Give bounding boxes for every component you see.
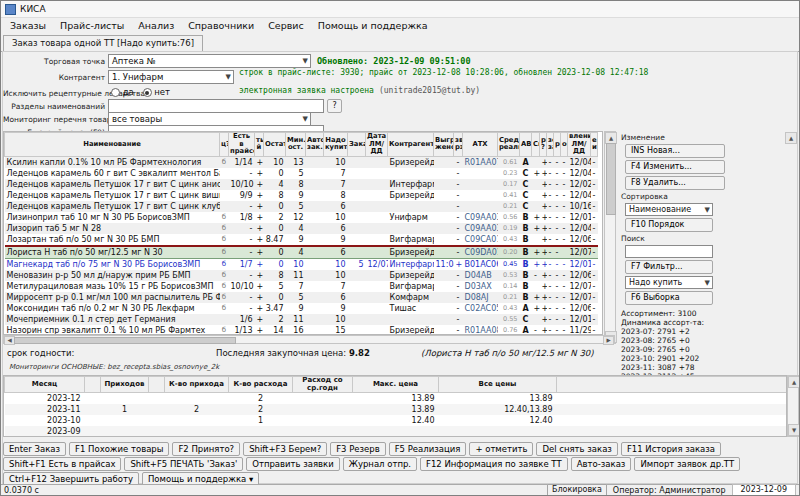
- col-unload[interactable]: Выгру- жено: [434, 133, 454, 157]
- col-order[interactable]: Заказ: [348, 133, 366, 157]
- product-row[interactable]: Лизиноприл таб 10 мг N 30 РБ БорисовЗМПб…: [5, 212, 598, 223]
- product-row[interactable]: Магнекард таб п/о 75 мг N 30 РБ БорисовЗ…: [5, 258, 598, 270]
- col-date2[interactable]: влени ЛМ/ДД: [568, 133, 591, 157]
- history-row[interactable]: 2023-12213.8913.89: [5, 393, 787, 405]
- col-abc[interactable]: ABC: [520, 133, 532, 157]
- history-vscrollbar[interactable]: ▲ ▼: [787, 375, 799, 437]
- col-b[interactable]: ц?: [220, 133, 229, 157]
- scroll-down-icon[interactable]: ▼: [788, 424, 800, 436]
- trade-point-select[interactable]: Аптека № ▼: [108, 54, 311, 68]
- product-row[interactable]: Метилурациловая мазь 10% 15 г РБ Борисов…: [5, 281, 598, 292]
- product-row[interactable]: Леденцов карамель Петушок 17 г вит С цин…: [5, 190, 598, 201]
- col-date1[interactable]: Дата ЛМ/ДД: [366, 133, 388, 157]
- tab-order-single-tt[interactable]: Заказ товара одной ТТ [Надо купить:76]: [3, 35, 203, 52]
- history-row[interactable]: 2023-09: [5, 426, 787, 437]
- action-button-r2-4[interactable]: Журнал отпр.: [343, 457, 417, 471]
- col-sep[interactable]: Все цены: [439, 377, 557, 393]
- action-button-r1-3[interactable]: F2 Принято?: [172, 442, 240, 456]
- col-sep[interactable]: Месяц: [5, 377, 85, 393]
- order-button[interactable]: F10 Порядок: [625, 218, 713, 232]
- grid-hscroll-thumb[interactable]: [14, 337, 236, 344]
- col-t1[interactable]: ри ?: [540, 133, 547, 157]
- action-button-r1-2[interactable]: F1 Похожие товары: [69, 442, 169, 456]
- scroll-up-icon[interactable]: ▲: [788, 376, 800, 388]
- col-price[interactable]: Есть в прайсе: [229, 133, 255, 157]
- menu-item-3[interactable]: Анализ: [131, 18, 181, 33]
- action-button-r2-1[interactable]: Shift+F1 Есть в прайсах: [3, 457, 121, 471]
- product-row[interactable]: Меновазин р-р 50 мл д/наруж прим РБ БМПб…: [5, 270, 598, 281]
- product-row[interactable]: Моксонидин таб п/о 0.2 мг N 30 РБ Лекфар…: [5, 303, 598, 314]
- product-row[interactable]: Ксилин капли 0.1% 10 мл РБ Фармтехнологи…: [5, 156, 598, 168]
- col-t2[interactable]: зе за: [547, 133, 554, 157]
- col-contr[interactable]: Контрагент: [388, 133, 434, 157]
- sections-input[interactable]: [108, 99, 324, 113]
- col-t5[interactable]: е. ит: [591, 133, 598, 157]
- history-row[interactable]: 2023-10112.4012.40: [5, 415, 787, 426]
- product-row[interactable]: Леденцов карамель Петушок 17 г вит С цин…: [5, 201, 598, 212]
- col-sep[interactable]: [557, 377, 787, 393]
- radio-yes[interactable]: [111, 88, 120, 97]
- product-row[interactable]: Лизорип таб 5 мг N 28б-+046-C09AA030.19B…: [5, 223, 598, 234]
- product-row[interactable]: Лозартан таб п/о 50 мг N 30 РБ БМПб-+8.4…: [5, 234, 598, 246]
- col-dem[interactable]: Спро: [532, 133, 540, 157]
- history-row[interactable]: 2023-1112213.8912.40,13.89: [5, 404, 787, 415]
- col-sep[interactable]: Расход со ср.годн: [293, 377, 353, 393]
- menu-item-4[interactable]: Справочники: [181, 18, 261, 33]
- sort-select[interactable]: Наименование ▼: [625, 203, 713, 216]
- action-button-r1-4[interactable]: Shift+F3 Берем?: [243, 442, 327, 456]
- lock-button[interactable]: Блокировка: [547, 484, 607, 496]
- action-button-r1-5[interactable]: F3 Резерв: [330, 442, 386, 456]
- product-row[interactable]: Назорин спр эвкалипт 0.1 % 10 мл РБ Фарм…: [5, 325, 598, 335]
- scroll-right-icon[interactable]: ▶: [603, 336, 614, 345]
- product-row[interactable]: Леденцов карамель Петушок 17 г вит С цин…: [5, 179, 598, 190]
- panel-search-input[interactable]: [625, 245, 713, 258]
- col-name[interactable]: Наименование: [5, 133, 220, 157]
- col-sep[interactable]: К-во прихода: [165, 377, 229, 393]
- menu-item-2[interactable]: Прайс-листы: [53, 18, 131, 33]
- product-row[interactable]: Мочеприемник 0.1 л стер дет Германия1/6+…: [5, 314, 598, 325]
- sections-help-button[interactable]: ?: [327, 99, 342, 113]
- col-plus[interactable]: ть й: [255, 133, 264, 157]
- action-button-r2-3[interactable]: Отправить заявки: [246, 457, 340, 471]
- filter-button[interactable]: F7 Фильтр...: [625, 260, 713, 274]
- col-t4[interactable]: ов: [561, 133, 568, 157]
- selection-button[interactable]: F6 Выборка: [625, 291, 713, 305]
- action-button-r1-1[interactable]: Enter Заказ: [3, 442, 66, 456]
- col-min[interactable]: Мин. ост.: [286, 133, 306, 157]
- col-t3[interactable]: рч: [554, 133, 561, 157]
- col-sep[interactable]: Приходов: [101, 377, 149, 393]
- action-button-r1-9[interactable]: F11 История заказа: [621, 442, 721, 456]
- menu-item-1[interactable]: Заказы: [3, 18, 53, 33]
- product-row[interactable]: Леденцов карамель 60 г вит С эвкалипт ме…: [5, 168, 598, 179]
- action-button-r1-6[interactable]: F5 Реализация: [389, 442, 467, 456]
- contractor-select[interactable]: 1. Унифарм ▼: [108, 70, 234, 84]
- col-avg[interactable]: Средн. реализ.: [498, 133, 520, 157]
- grid-vscrollbar[interactable]: ▲ ▼: [604, 131, 616, 344]
- col-auto[interactable]: Авто зак.: [306, 133, 324, 157]
- product-row[interactable]: Мирросепт р-р 0.1 мг/мл 100 мл распылите…: [5, 292, 598, 303]
- action-button-r2-5[interactable]: F12 Информация по заявке ТТ: [420, 457, 568, 471]
- new-record-button[interactable]: INS Новая...: [625, 144, 725, 158]
- product-row[interactable]: Лориста Н таб п/о 50 мг/12.5 мг N 30б-+0…: [5, 246, 598, 259]
- menu-item-5[interactable]: Сервис: [261, 18, 311, 33]
- radio-no[interactable]: [143, 88, 152, 97]
- col-need[interactable]: Надо купить: [324, 133, 348, 157]
- col-sep[interactable]: Макс. цена: [353, 377, 439, 393]
- col-atx[interactable]: АТХ: [463, 133, 498, 157]
- menu-item-6[interactable]: Помощь и поддержка: [311, 18, 435, 33]
- col-sep[interactable]: К-во расхода: [229, 377, 293, 393]
- col-ost[interactable]: Остаток: [264, 133, 286, 157]
- panel-scroll-up-icon[interactable]: ▲: [785, 132, 797, 144]
- delete-record-button[interactable]: F8 Удалить...: [625, 176, 725, 190]
- col-sep[interactable]: [149, 377, 165, 393]
- action-button-r1-8[interactable]: Del снять заказ: [536, 442, 617, 456]
- action-button-r2-2[interactable]: Shift+F5 ПЕЧАТЬ 'Заказ': [124, 457, 243, 471]
- edit-record-button[interactable]: F4 Изменить...: [625, 160, 725, 174]
- grid-vscroll-thumb[interactable]: [606, 143, 616, 215]
- action-button-r2-7[interactable]: Импорт заявок др.ТТ: [634, 457, 740, 471]
- filter-field-select[interactable]: Надо купить ▼: [625, 276, 713, 289]
- monitoring-select[interactable]: все товары ▼: [108, 112, 311, 126]
- action-button-r1-7[interactable]: + отметить: [469, 442, 533, 456]
- col-zv[interactable]: зв рз: [454, 133, 463, 157]
- col-sep[interactable]: [85, 377, 101, 393]
